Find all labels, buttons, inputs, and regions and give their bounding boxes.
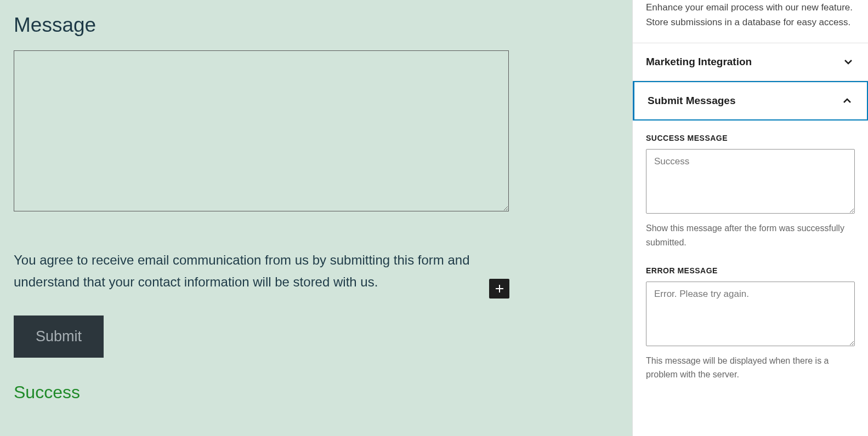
sidebar-intro-text: Enhance your email process with our new … <box>633 0 868 43</box>
panel-submit-messages-title: Submit Messages <box>648 95 736 107</box>
error-message-description: This message will be displayed when ther… <box>646 354 855 382</box>
panel-marketing-title: Marketing Integration <box>646 56 752 68</box>
success-message-label: SUCCESS MESSAGE <box>646 134 855 142</box>
editor-canvas[interactable]: Message You agree to receive email commu… <box>0 0 632 436</box>
success-preview-text: Success <box>14 382 619 403</box>
plus-icon <box>493 282 506 295</box>
consent-text: You agree to receive email communication… <box>14 249 507 292</box>
submit-button[interactable]: Submit <box>14 315 104 358</box>
message-textarea[interactable] <box>14 50 509 211</box>
success-message-input[interactable] <box>646 149 855 214</box>
chevron-up-icon <box>841 94 854 107</box>
add-block-button[interactable] <box>489 279 509 299</box>
chevron-down-icon <box>842 55 855 68</box>
panel-marketing-integration[interactable]: Marketing Integration <box>633 43 868 81</box>
error-message-label: ERROR MESSAGE <box>646 266 855 275</box>
success-message-description: Show this message after the form was suc… <box>646 221 855 249</box>
panel-submit-messages-body: SUCCESS MESSAGE Show this message after … <box>633 121 868 411</box>
error-message-input[interactable] <box>646 282 855 346</box>
panel-submit-messages[interactable]: Submit Messages <box>633 81 868 121</box>
settings-sidebar: Enhance your email process with our new … <box>632 0 868 436</box>
message-field-label: Message <box>14 14 619 37</box>
